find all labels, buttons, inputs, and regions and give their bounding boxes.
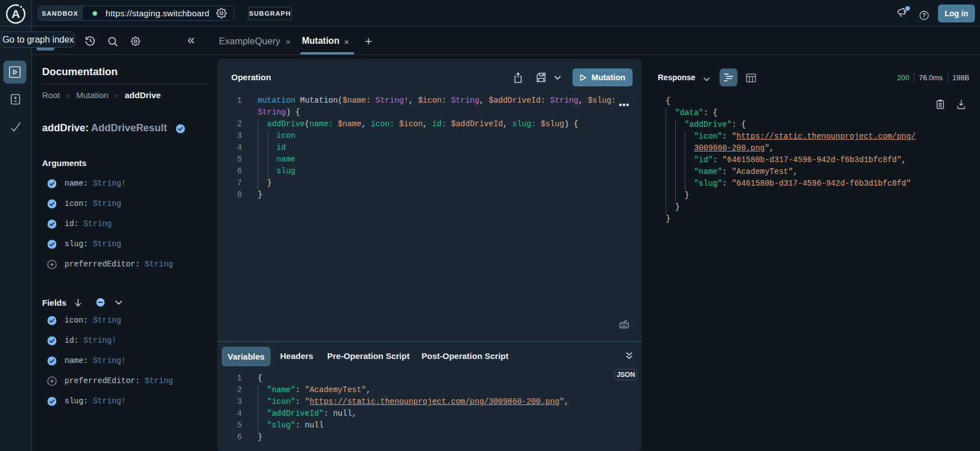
svg-text:?: ? [922,12,926,19]
svg-text:A: A [11,7,20,20]
